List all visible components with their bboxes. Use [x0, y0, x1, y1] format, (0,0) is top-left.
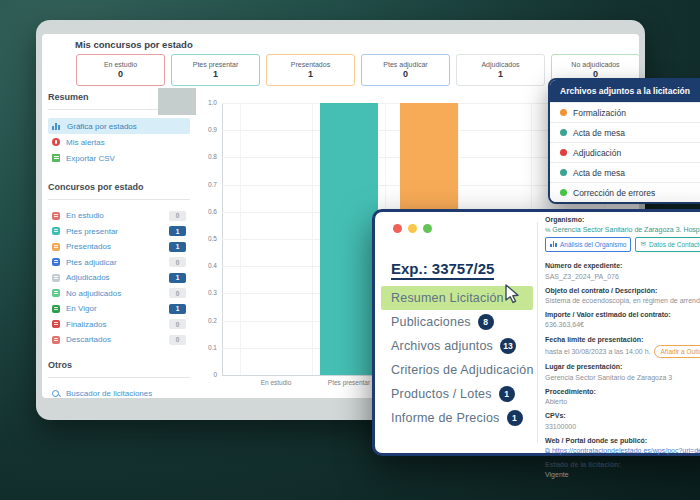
sidebar-item-descartados[interactable]: Descartados 0: [48, 332, 190, 348]
sidebar-item-mis-alertas[interactable]: Mis alertas: [48, 134, 190, 150]
sidebar-item-en-estudio[interactable]: En estudio 0: [48, 208, 190, 224]
sidebar-item-adjudicados[interactable]: Adjudicados 1: [48, 270, 190, 286]
field-importe: Importe / Valor estimado del contrato: 6…: [545, 310, 700, 330]
sidebar-item-en-vigor[interactable]: En Vigor 1: [48, 301, 190, 317]
maximize-window-icon[interactable]: [423, 224, 432, 233]
menu-item-publicaciones[interactable]: Publicaciones 8: [381, 310, 533, 334]
attachment-label: Formalización: [573, 108, 626, 118]
minimize-window-icon[interactable]: [408, 224, 417, 233]
menu-label: Informe de Precios: [391, 411, 500, 425]
sidebar-item-finalizados[interactable]: Finalizados 0: [48, 317, 190, 333]
book-icon: [52, 289, 60, 297]
sidebar-item-label: Exportar CSV: [66, 154, 186, 163]
sidebar-item-exportar-csv[interactable]: Exportar CSV: [48, 150, 190, 166]
card-label: Presentados: [291, 61, 330, 68]
window-controls: [393, 224, 432, 233]
organismo-link[interactable]: % Gerencia Sector Sanitario de Zaragoza …: [545, 225, 700, 235]
chart-y-tick-label: 0: [196, 371, 217, 378]
status-card-presentados[interactable]: Presentados 1: [266, 54, 355, 86]
bar-chart-icon: [52, 122, 61, 130]
sidebar-item-label: Gráfica por estados: [67, 122, 186, 131]
chart-y-tick-label: 0.8: [196, 153, 217, 160]
analisis-organismo-button[interactable]: Análisis del Organismo: [545, 237, 631, 252]
attachment-item-correccion-errores[interactable]: Corrección de errores: [550, 182, 700, 202]
book-icon: [52, 258, 60, 266]
estado-label: Finalizados: [66, 320, 163, 329]
status-card-ptes-adjudicar[interactable]: Ptes adjudicar 0: [361, 54, 450, 86]
column-divider: [537, 222, 538, 443]
menu-count-badge: 1: [499, 386, 515, 402]
estado-count-badge: 0: [169, 319, 186, 329]
estado-count-badge: 0: [169, 288, 186, 298]
estado-count-badge: 0: [169, 211, 186, 221]
menu-label: Archivos adjuntos: [391, 339, 493, 353]
attachment-item-acta-de-mesa-1[interactable]: Acta de mesa: [550, 122, 700, 142]
attachments-popup: Archivos adjuntos a la licitación Formal…: [548, 78, 700, 204]
sidebar-item-presentados[interactable]: Presentados 1: [48, 239, 190, 255]
attachment-item-adjudicacion[interactable]: Adjudicación: [550, 142, 700, 162]
sidebar: Resumen Gráfica por estados Mis alertas …: [48, 92, 190, 402]
sidebar-item-ptes-adjudicar[interactable]: Ptes adjudicar 0: [48, 255, 190, 271]
status-card-en-estudio[interactable]: En estudio 0: [76, 54, 165, 86]
mouse-cursor-icon: [502, 283, 522, 305]
link-icon: %: [545, 227, 550, 233]
licitacion-detail-window: Exp.: 33757/25 Resumen Licitación Public…: [372, 209, 700, 456]
chart-y-tick-label: 1.0: [196, 99, 217, 106]
external-link-icon: ⧉: [545, 447, 550, 454]
green-dot-icon: [560, 189, 567, 196]
sidebar-item-label: Mis alertas: [66, 138, 186, 147]
close-window-icon[interactable]: [393, 224, 402, 233]
contact-icon: ✉: [640, 240, 645, 248]
estado-count-badge: 1: [169, 273, 186, 283]
card-value: 1: [213, 69, 218, 79]
attachments-popup-title: Archivos adjuntos a la licitación: [550, 80, 700, 102]
book-icon: [52, 227, 60, 235]
alert-icon: [52, 138, 60, 146]
chart-y-tick-label: 0.5: [196, 235, 217, 242]
menu-label: Productos / Lotes: [391, 387, 492, 401]
estado-count-badge: 1: [169, 242, 186, 252]
menu-count-badge: 1: [507, 410, 523, 426]
estado-label: No adjudicados: [66, 289, 163, 298]
menu-label: Publicaciones: [391, 315, 471, 329]
attachment-label: Corrección de errores: [573, 188, 655, 198]
status-card-ptes-presentar[interactable]: Ptes presentar 1: [171, 54, 260, 86]
card-value: 1: [308, 69, 313, 79]
sidebar-item-buscador[interactable]: Buscador de licitaciones: [48, 386, 190, 402]
attachment-item-formalizacion[interactable]: Formalización: [550, 102, 700, 122]
menu-item-criterios-adjudicacion[interactable]: Criterios de Adjudicación: [381, 358, 533, 382]
add-to-outlook-button[interactable]: Añadir a Outlook ▦: [654, 345, 700, 358]
web-portal-link[interactable]: ⧉ https://contrataciondelestado.es/wps/p…: [545, 446, 700, 456]
orange-dot-icon: [560, 109, 567, 116]
menu-count-badge: 13: [500, 338, 516, 354]
field-label: Lugar de presentación:: [545, 362, 700, 372]
field-lugar-presentacion: Lugar de presentación: Gerencia Sector S…: [545, 362, 700, 382]
chart-bar-ptes-presentar: [320, 103, 378, 375]
datos-contacto-button[interactable]: ✉ Datos de Contacto: [635, 237, 700, 252]
field-label: Estado de la licitación:: [545, 460, 700, 470]
field-label: CPVs:: [545, 411, 700, 421]
field-value: Gerencia Sector Sanitario de Zaragoza 3: [545, 373, 700, 383]
scrollbar-thumb[interactable]: [158, 88, 196, 115]
chart-y-tick-label: 0.6: [196, 208, 217, 215]
estado-count-badge: 1: [169, 304, 186, 314]
attachment-item-acta-de-mesa-2[interactable]: Acta de mesa: [550, 162, 700, 182]
card-value: 1: [498, 69, 503, 79]
card-value: 0: [118, 69, 123, 79]
sidebar-heading-otros: Otros: [48, 360, 190, 378]
chart-y-tick-label: 0.3: [196, 289, 217, 296]
status-card-adjudicados[interactable]: Adjudicados 1: [456, 54, 545, 86]
sidebar-item-ptes-presentar[interactable]: Ptes presentar 1: [48, 224, 190, 240]
chart-y-tick-label: 0.7: [196, 181, 217, 188]
menu-item-archivos-adjuntos[interactable]: Archivos adjuntos 13: [381, 334, 533, 358]
field-label: Web / Portal donde se publicó:: [545, 436, 700, 446]
menu-label: Resumen Licitación: [391, 291, 504, 305]
menu-item-productos-lotes[interactable]: Productos / Lotes 1: [381, 382, 533, 406]
sidebar-heading-concursos: Concursos por estado: [48, 182, 190, 200]
sidebar-item-no-adjudicados[interactable]: No adjudicados 0: [48, 286, 190, 302]
card-label: En estudio: [104, 61, 137, 68]
field-label: Importe / Valor estimado del contrato:: [545, 310, 700, 320]
menu-item-informe-precios[interactable]: Informe de Precios 1: [381, 406, 533, 430]
field-cpvs: CPVs: 33100000: [545, 411, 700, 431]
sidebar-item-grafica-por-estados[interactable]: Gráfica por estados: [48, 118, 190, 134]
